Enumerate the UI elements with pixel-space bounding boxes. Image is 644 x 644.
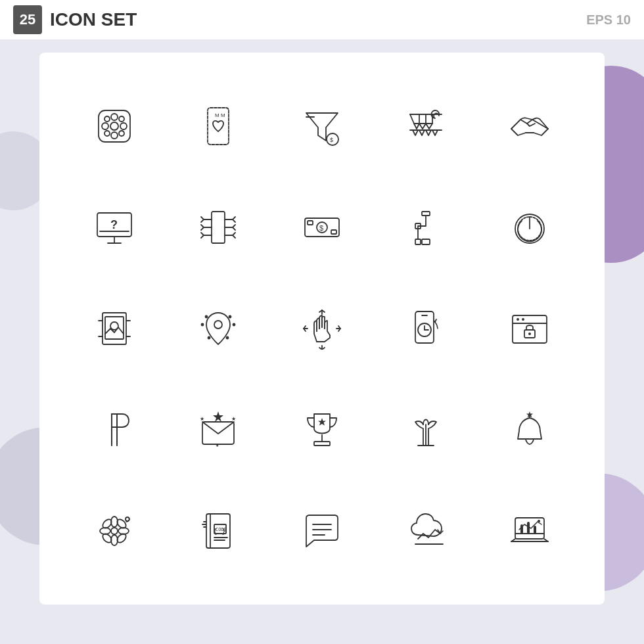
- svg-rect-55: [105, 317, 124, 339]
- svg-rect-45: [308, 221, 313, 225]
- svg-point-8: [104, 131, 110, 136]
- flower-spin-icon: [93, 510, 135, 552]
- icon-cell-chat-lines: [289, 498, 355, 564]
- svg-marker-26: [419, 130, 425, 135]
- header: 25 ICON SET EPS 10: [0, 0, 644, 39]
- icon-cell-flower-app: [81, 93, 147, 159]
- svg-point-95: [111, 528, 118, 534]
- icon-cell-code-book: { } CODE: [185, 498, 251, 564]
- svg-point-5: [120, 123, 127, 129]
- svg-text:$: $: [330, 137, 333, 143]
- svg-line-17: [410, 114, 414, 124]
- icon-cell-gesture-move: [289, 296, 355, 361]
- svg-text:M M: M M: [215, 112, 225, 118]
- svg-marker-23: [426, 124, 432, 129]
- bunting-decoration-icon: [405, 105, 447, 147]
- pipe-connector-icon: [405, 206, 447, 248]
- svg-rect-46: [331, 230, 336, 234]
- paragraph-icon: [93, 409, 135, 451]
- header-title: ICON SET: [50, 9, 137, 30]
- icon-cell-monitor-question: ?: [81, 195, 147, 260]
- svg-marker-21: [414, 124, 419, 129]
- monitor-question-icon: ?: [93, 206, 135, 248]
- icon-cell-location-pin: [185, 296, 251, 361]
- svg-point-67: [227, 337, 229, 339]
- funnel-money-icon: $: [301, 105, 343, 147]
- tulip-icon: [405, 409, 447, 451]
- flower-app-icon: [93, 105, 135, 147]
- svg-text:★: ★: [200, 416, 204, 422]
- svg-point-61: [214, 321, 222, 329]
- svg-point-62: [206, 316, 208, 318]
- data-transfer-icon: [197, 206, 239, 248]
- icon-cell-data-transfer: [185, 195, 251, 260]
- icon-cell-browser-lock: [497, 296, 563, 361]
- laptop-chart-icon: [509, 510, 551, 552]
- svg-marker-28: [432, 130, 438, 135]
- icon-cell-funnel-money: $: [289, 93, 355, 159]
- svg-point-66: [208, 337, 210, 339]
- icon-cell-star-mail: ★ ★ ★: [185, 397, 251, 463]
- svg-point-65: [233, 324, 235, 326]
- icon-cell-handshake: [497, 93, 563, 159]
- browser-lock-icon: [509, 308, 551, 350]
- icon-cell-pipe-connector: [393, 195, 459, 260]
- star-bell-icon: [509, 409, 551, 451]
- icon-cell-flower-spin: [81, 498, 147, 564]
- svg-text:★: ★: [231, 416, 236, 422]
- svg-marker-85: [213, 411, 223, 422]
- svg-text:CODE: CODE: [216, 527, 227, 532]
- mobile-heart-icon: M M: [197, 105, 239, 147]
- icon-cell-money-bill: $: [289, 195, 355, 260]
- svg-point-79: [517, 318, 519, 321]
- icon-cell-mobile-heart: M M: [185, 93, 251, 159]
- chat-lines-icon: [301, 510, 343, 552]
- location-pin-icon: [197, 308, 239, 350]
- svg-point-64: [202, 324, 204, 326]
- icon-cell-paragraph: [81, 397, 147, 463]
- svg-point-3: [111, 132, 118, 139]
- svg-rect-48: [422, 239, 430, 244]
- svg-point-2: [111, 114, 118, 120]
- header-eps: EPS 10: [586, 12, 631, 28]
- svg-rect-50: [415, 239, 421, 244]
- handshake-icon: [509, 105, 551, 147]
- svg-point-1: [110, 122, 118, 130]
- icon-cell-bunting: [393, 93, 459, 159]
- icon-cell-laptop-chart: [497, 498, 563, 564]
- cloud-chart-icon: [405, 510, 447, 552]
- svg-marker-27: [426, 130, 431, 135]
- trophy-star-icon: [301, 409, 343, 451]
- svg-point-63: [229, 316, 231, 318]
- svg-text:?: ?: [110, 218, 118, 231]
- header-badge: 25: [13, 5, 42, 34]
- svg-marker-25: [413, 130, 418, 135]
- money-bill-icon: $: [301, 206, 343, 248]
- photo-frame-icon: [93, 308, 135, 350]
- code-book-icon: { } CODE: [197, 510, 239, 552]
- icon-cell-trophy-star: [289, 397, 355, 463]
- icon-grid: M M $: [39, 53, 605, 605]
- icon-cell-power-button: [497, 195, 563, 260]
- power-button-icon: [509, 206, 551, 248]
- svg-marker-22: [419, 124, 426, 129]
- icon-cell-photo-frame: [81, 296, 147, 361]
- icon-cell-star-bell: [497, 397, 563, 463]
- svg-point-7: [119, 116, 124, 122]
- icon-cell-cloud-chart: [393, 498, 459, 564]
- svg-text:★: ★: [216, 444, 219, 448]
- svg-point-4: [102, 123, 108, 129]
- icon-cell-tulip: [393, 397, 459, 463]
- gesture-move-icon: [301, 308, 343, 350]
- svg-point-6: [104, 116, 110, 122]
- svg-point-127: [538, 520, 540, 522]
- svg-point-82: [528, 333, 531, 335]
- star-mail-icon: ★ ★ ★: [197, 409, 239, 451]
- icon-cell-mobile-clock: [393, 296, 459, 361]
- svg-rect-90: [314, 442, 330, 446]
- mobile-clock-icon: [405, 308, 447, 350]
- header-left: 25 ICON SET: [13, 5, 137, 34]
- svg-rect-35: [212, 212, 225, 243]
- svg-text:$: $: [319, 224, 323, 232]
- svg-point-80: [522, 318, 524, 321]
